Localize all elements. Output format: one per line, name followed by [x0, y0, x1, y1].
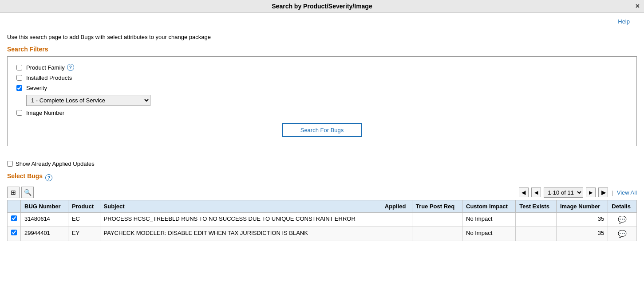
search-filters-title: Search Filters [7, 46, 637, 53]
td-product: EY [68, 227, 100, 241]
td-product: EC [68, 213, 100, 227]
td-applied [381, 213, 412, 227]
td-custom-impact: No Impact [462, 213, 516, 227]
close-button[interactable]: × [636, 2, 640, 10]
nav-separator: | [612, 189, 613, 196]
product-family-row: Product Family ? [16, 64, 628, 71]
severity-row: Severity [16, 85, 628, 91]
last-page-button[interactable]: |▶ [598, 188, 608, 197]
td-bug-number: 31480614 [21, 213, 68, 227]
image-number-label: Image Number [26, 109, 64, 116]
th-true-post-req: True Post Req [412, 200, 462, 213]
td-custom-impact: No Impact [462, 227, 516, 241]
td-details[interactable]: 💬 [608, 227, 637, 241]
select-bugs-section: Select Bugs ? ⊞ 🔍 ◀| ◀ 1-10 of 11 ▶ |▶ [0, 172, 644, 241]
th-custom-impact: Custom Impact [462, 200, 516, 213]
page-description: Use this search page to add Bugs with se… [0, 30, 644, 46]
prev-page-button[interactable]: ◀ [531, 188, 541, 197]
image-number-row: Image Number [16, 109, 628, 116]
first-page-button[interactable]: ◀| [519, 188, 529, 197]
td-applied [381, 227, 412, 241]
filters-box: Product Family ? Installed Products Seve… [7, 56, 637, 146]
table-row: 29944401 EY PAYCHECK MODELER: DISABLE ED… [8, 227, 637, 241]
row-checkbox-cell [8, 227, 21, 241]
severity-dropdown-row: 1 - Complete Loss of Service2 - Severe D… [26, 95, 628, 106]
search-bugs-button[interactable]: Search For Bugs [282, 123, 363, 137]
td-bug-number: 29944401 [21, 227, 68, 241]
td-subject: PROCESS HCSC_TREEBLD RUNS TO NO SUCCESS … [100, 213, 381, 227]
toolbar-right: ◀| ◀ 1-10 of 11 ▶ |▶ | View All [519, 188, 637, 198]
show-applied-label: Show Already Applied Updates [16, 160, 95, 167]
search-table-icon: 🔍 [24, 189, 32, 196]
severity-select[interactable]: 1 - Complete Loss of Service2 - Severe D… [26, 95, 150, 106]
td-subject: PAYCHECK MODELER: DISABLE EDIT WHEN TAX … [100, 227, 381, 241]
first-page-icon: ◀| [522, 190, 526, 195]
th-product: Product [68, 200, 100, 213]
th-applied: Applied [381, 200, 412, 213]
show-applied-row: Show Already Applied Updates [0, 157, 644, 172]
td-test-exists [516, 227, 557, 241]
next-page-icon: ▶ [589, 190, 593, 195]
td-details[interactable]: 💬 [608, 213, 637, 227]
table-header-row: BUG Number Product Subject Applied True … [8, 200, 637, 213]
td-image-number: 35 [556, 227, 608, 241]
td-true-post-req [412, 213, 462, 227]
severity-checkbox[interactable] [16, 85, 22, 91]
table-row: 31480614 EC PROCESS HCSC_TREEBLD RUNS TO… [8, 213, 637, 227]
th-bug-number: BUG Number [21, 200, 68, 213]
search-table-button[interactable]: 🔍 [21, 187, 34, 198]
prev-page-icon: ◀ [534, 190, 538, 195]
th-details: Details [608, 200, 637, 213]
installed-products-row: Installed Products [16, 74, 628, 81]
search-button-row: Search For Bugs [16, 123, 628, 137]
select-bugs-header: Select Bugs ? [7, 172, 637, 183]
page-select[interactable]: 1-10 of 11 [544, 188, 583, 198]
product-family-checkbox[interactable] [16, 65, 22, 70]
toolbar-left: ⊞ 🔍 [7, 187, 34, 198]
row-checkbox[interactable] [11, 230, 17, 235]
td-test-exists [516, 213, 557, 227]
bugs-table: BUG Number Product Subject Applied True … [7, 200, 637, 241]
product-family-help-icon[interactable]: ? [67, 64, 74, 71]
th-image-number: Image Number [556, 200, 608, 213]
details-comment-icon[interactable]: 💬 [618, 230, 627, 238]
table-toolbar: ⊞ 🔍 ◀| ◀ 1-10 of 11 ▶ |▶ | View All [7, 187, 637, 198]
row-checkbox[interactable] [11, 215, 17, 221]
td-true-post-req [412, 227, 462, 241]
next-page-button[interactable]: ▶ [586, 188, 596, 197]
grid-icon: ⊞ [11, 189, 16, 196]
last-page-icon: |▶ [601, 190, 606, 195]
title-bar: Search by Product/Severity/Image × [0, 0, 644, 13]
installed-products-label: Installed Products [26, 74, 72, 81]
help-link[interactable]: Help [7, 16, 637, 27]
view-all-link[interactable]: View All [617, 189, 637, 196]
search-filters-section: Search Filters Product Family ? Installe… [0, 46, 644, 157]
th-test-exists: Test Exists [516, 200, 557, 213]
severity-label: Severity [26, 85, 47, 91]
th-checkbox [8, 200, 21, 213]
show-applied-checkbox[interactable] [7, 161, 13, 167]
grid-view-button[interactable]: ⊞ [7, 187, 20, 198]
td-image-number: 35 [556, 213, 608, 227]
window-title: Search by Product/Severity/Image [272, 3, 372, 10]
th-subject: Subject [100, 200, 381, 213]
details-comment-icon[interactable]: 💬 [618, 216, 627, 223]
select-bugs-title: Select Bugs [7, 172, 43, 180]
select-bugs-help-icon[interactable]: ? [45, 174, 52, 181]
installed-products-checkbox[interactable] [16, 75, 22, 81]
row-checkbox-cell [8, 213, 21, 227]
product-family-label: Product Family [26, 64, 65, 71]
image-number-checkbox[interactable] [16, 110, 22, 116]
